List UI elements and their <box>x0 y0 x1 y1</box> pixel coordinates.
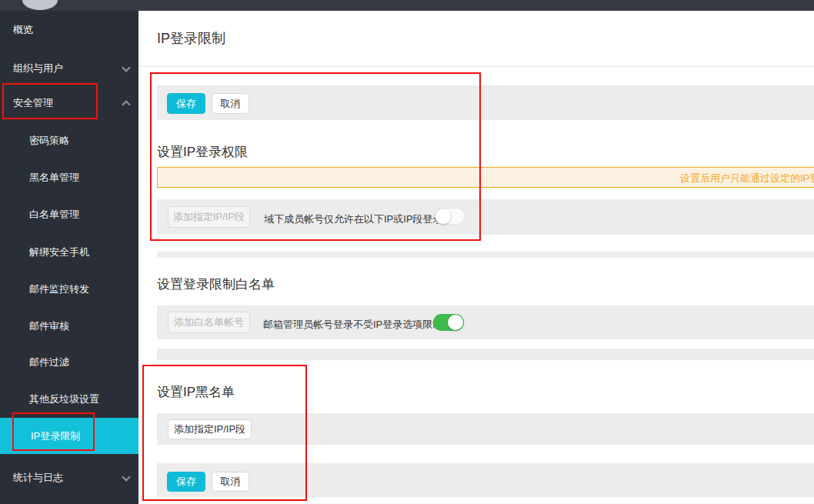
top-bar <box>0 0 814 11</box>
blacklist-actions-bar <box>157 463 814 497</box>
whitelist-heading: 设置登录限制白名单 <box>157 275 275 293</box>
sidebar-item-unbind-phone[interactable]: 解绑安全手机 <box>29 246 89 259</box>
sidebar-item-ip-login-restriction-label: IP登录限制 <box>31 418 80 454</box>
ip-login-restriction-page: 概览 组织与用户 安全管理 密码策略 黑名单管理 白名单管理 解绑安全手机 邮件… <box>0 0 814 504</box>
cancel-button-bottom[interactable]: 取消 <box>212 472 249 492</box>
title-divider <box>138 66 814 67</box>
add-whitelist-account-button-disabled[interactable]: 添加白名单帐号 <box>168 312 250 333</box>
section-strip <box>157 252 814 258</box>
sidebar-item-org-users[interactable]: 组织与用户 <box>13 62 63 75</box>
save-button-bottom[interactable]: 保存 <box>167 472 205 492</box>
ip-permission-toggle-off[interactable] <box>435 208 465 225</box>
sidebar-item-stats-logs[interactable]: 统计与日志 <box>13 472 63 484</box>
add-ip-range-button-disabled[interactable]: 添加指定IP/IP段 <box>168 206 250 228</box>
sidebar-item-antispam-settings[interactable]: 其他反垃圾设置 <box>29 393 99 406</box>
blacklist-heading: 设置IP黑名单 <box>157 383 235 401</box>
sidebar-item-whitelist-mgmt[interactable]: 白名单管理 <box>29 209 79 221</box>
top-actions-bar <box>157 85 814 120</box>
page-title: IP登录限制 <box>157 29 225 48</box>
ip-permission-toggle-label: 域下成员帐号仅允许在以下IP或IP段登录 <box>264 212 443 226</box>
sidebar-item-mail-filter[interactable]: 邮件过滤 <box>29 356 69 369</box>
chevron-down-icon[interactable] <box>122 472 130 481</box>
sidebar-item-security[interactable]: 安全管理 <box>13 97 53 109</box>
partial-logo-arch-icon <box>22 0 58 10</box>
sidebar-item-mail-monitor-forward[interactable]: 邮件监控转发 <box>29 283 89 295</box>
ip-permission-heading: 设置IP登录权限 <box>157 143 248 161</box>
whitelist-toggle-label: 邮箱管理员帐号登录不受IP登录选项限制 <box>263 318 442 332</box>
whitelist-toggle-on[interactable] <box>433 314 464 331</box>
ip-permission-controls-bar <box>157 199 814 235</box>
ip-permission-notice-text: 设置后用户只能通过设定的IP登录 <box>680 172 814 185</box>
sidebar-item-ip-login-restriction[interactable]: IP登录限制 <box>0 418 138 454</box>
sidebar-item-password-policy[interactable]: 密码策略 <box>29 135 69 147</box>
sidebar: 概览 组织与用户 安全管理 密码策略 黑名单管理 白名单管理 解绑安全手机 邮件… <box>0 0 138 504</box>
toggle-knob <box>448 315 463 330</box>
add-ip-range-button[interactable]: 添加指定IP/IP段 <box>168 419 252 439</box>
save-button-top[interactable]: 保存 <box>167 93 205 114</box>
chevron-up-icon[interactable] <box>122 100 130 108</box>
toggle-knob <box>435 209 451 224</box>
ip-permission-notice-bar: 设置后用户只能通过设定的IP登录 <box>157 167 814 188</box>
whitelist-controls-bar <box>157 305 814 339</box>
section-strip <box>157 349 814 360</box>
chevron-down-icon[interactable] <box>122 63 130 72</box>
blacklist-add-bar <box>157 413 814 445</box>
sidebar-item-overview[interactable]: 概览 <box>13 24 33 36</box>
sidebar-item-blacklist-mgmt[interactable]: 黑名单管理 <box>29 172 79 184</box>
cancel-button-top[interactable]: 取消 <box>212 93 249 114</box>
sidebar-item-mail-audit[interactable]: 邮件审核 <box>29 320 69 332</box>
